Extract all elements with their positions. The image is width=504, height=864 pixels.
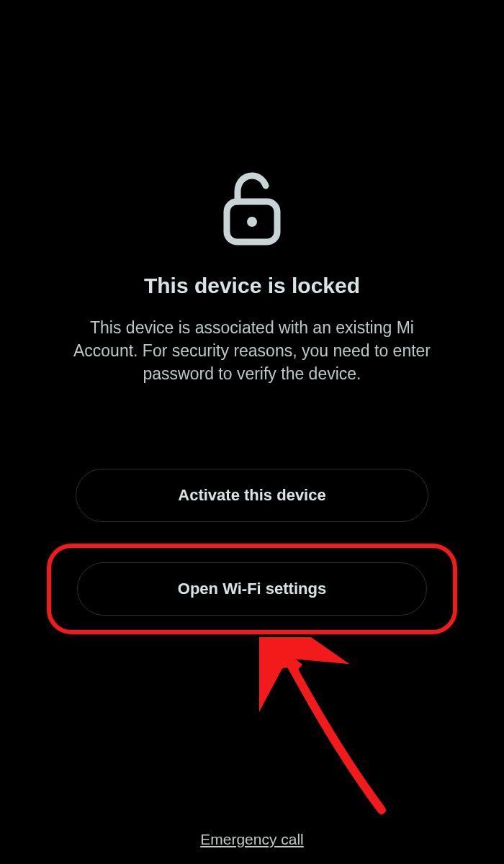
- unlock-icon: [216, 166, 288, 252]
- emergency-call-link[interactable]: Emergency call: [200, 831, 304, 848]
- open-wifi-settings-button[interactable]: Open Wi-Fi settings: [77, 562, 427, 616]
- lock-title: This device is locked: [144, 274, 360, 298]
- lock-screen-container: This device is locked This device is ass…: [0, 0, 504, 634]
- activate-device-button[interactable]: Activate this device: [76, 469, 428, 522]
- button-area: Activate this device Open Wi-Fi settings: [0, 469, 504, 634]
- lock-description: This device is associated with an existi…: [36, 316, 468, 386]
- svg-marker-3: [272, 644, 302, 673]
- annotation-arrow-icon: [259, 637, 418, 824]
- svg-point-1: [247, 217, 257, 227]
- annotation-highlight: Open Wi-Fi settings: [47, 544, 457, 634]
